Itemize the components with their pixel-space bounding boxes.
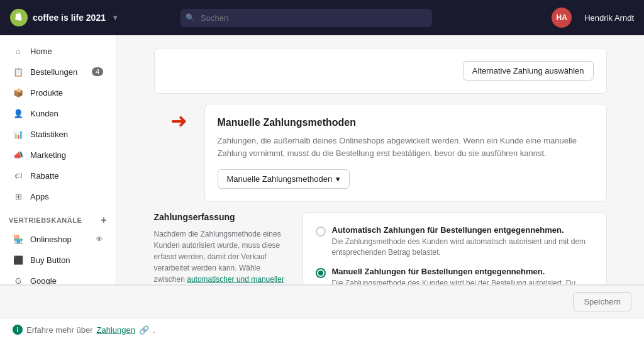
add-channel-button[interactable]: + [101,215,107,226]
sidebar-label-google: Google [30,276,103,285]
store-name: coffee is life 2021 [33,13,106,23]
username: Hendrik Arndt [584,13,634,23]
dropdown-label: Manuelle Zahlungsmethoden [227,174,333,184]
manual-description: Die Zahlungsmethode des Kunden wird bei … [332,278,594,284]
vertriebskanaele-section: VERTRIEBSKANÄLE + [0,207,116,228]
sidebar-item-google[interactable]: G Google [4,271,112,284]
auto-description: Die Zahlungsmethode des Kunden wird auto… [332,237,594,258]
sidebar-label-onlineshop: Onlineshop [30,235,89,244]
sidebar-label-apps: Apps [30,192,103,201]
sidebar: ⌂ Home 📋 Bestellungen 4 📦 Produkte 👤 Kun… [0,35,116,284]
google-icon: G [13,275,24,284]
footer-link[interactable]: Zahlungen [97,325,135,335]
zahlungserfassung-title: Zahlungserfassung [154,212,292,222]
auto-label: Automatisch [332,225,382,235]
marketing-icon: 📣 [13,149,24,160]
customers-icon: 👤 [13,108,24,119]
apps-icon: ⊞ [13,191,24,202]
arrow-icon: ➜ [170,109,187,133]
avatar[interactable]: HA [552,8,572,28]
sidebar-label-kunden: Kunden [30,109,103,118]
manual-radio-button[interactable] [316,268,326,278]
bottom-footer: i Erfahre mehr über Zahlungen 🔗 . [0,318,644,341]
zahlungserfassung-section: Zahlungserfassung Nachdem die Zahlungsme… [154,212,292,284]
sidebar-label-bestellungen: Bestellungen [30,67,86,77]
products-icon: 📦 [13,87,24,98]
store-chevron-icon: ▾ [113,13,117,22]
auto-radio-button[interactable] [316,226,326,237]
sidebar-label-produkte: Produkte [30,88,103,98]
auto-radio-option: Automatisch Zahlungen für Bestellungen e… [316,225,594,258]
manual-payment-section: ➜ Manuelle Zahlungsmethoden Zahlungen, d… [154,104,607,202]
manual-full-label: Zahlungen für Bestellungen entgegennehme… [365,267,545,276]
manual-radio-option: Manuell Zahlungen für Bestellungen entge… [316,267,594,284]
manual-payment-card: Manuelle Zahlungsmethoden Zahlungen, die… [204,104,607,202]
footer-end: . [153,325,155,335]
manual-payment-description: Zahlungen, die außerhalb deines Onlinesh… [218,135,594,159]
sidebar-item-kunden[interactable]: 👤 Kunden [4,103,112,123]
auto-radio-text: Automatisch Zahlungen für Bestellungen e… [332,225,594,258]
sidebar-item-produkte[interactable]: 📦 Produkte [4,82,112,103]
main-content: Alternative Zahlung auswählen ➜ Manuelle… [116,35,644,284]
sidebar-item-statistiken[interactable]: 📊 Statistiken [4,124,112,144]
sidebar-item-apps[interactable]: ⊞ Apps [4,186,112,206]
discounts-icon: 🏷 [13,170,24,181]
section-title-label: VERTRIEBSKANÄLE [9,216,82,224]
bestellungen-badge: 4 [92,67,103,76]
sidebar-label-statistiken: Statistiken [30,130,103,139]
arrow-wrapper: ➜ [154,104,204,133]
alt-payment-button[interactable]: Alternative Zahlung auswählen [463,61,594,81]
capture-options-card: Automatisch Zahlungen für Bestellungen e… [303,212,607,284]
manual-payment-title: Manuelle Zahlungsmethoden [218,117,594,128]
sidebar-label-rabatte: Rabatte [30,171,103,181]
shop-icon: 🏪 [13,233,24,245]
sidebar-item-marketing[interactable]: 📣 Marketing [4,145,112,165]
zahlungserfassung-description: Nachdem die Zahlungsmethode eines Kunden… [154,228,292,284]
orders-icon: 📋 [13,66,24,77]
auto-full-label: Zahlungen für Bestellungen entgegennehme… [384,225,564,235]
manual-payment-dropdown[interactable]: Manuelle Zahlungsmethoden [218,169,350,189]
sidebar-item-rabatte[interactable]: 🏷 Rabatte [4,165,112,186]
topbar: coffee is life 2021 ▾ HA Hendrik Arndt [0,0,644,35]
sidebar-label-marketing: Marketing [30,150,103,160]
search-input[interactable] [180,9,432,27]
sidebar-item-home[interactable]: ⌂ Home [4,41,112,61]
footer-text: Erfahre mehr über [26,325,93,335]
sidebar-item-bestellungen[interactable]: 📋 Bestellungen 4 [4,62,112,82]
sidebar-label-home: Home [30,47,103,56]
eye-icon[interactable]: 👁 [96,235,103,243]
alt-payment-card: Alternative Zahlung auswählen [154,48,607,94]
info-icon: i [13,325,23,335]
save-button[interactable]: Speichern [573,292,631,311]
buy-icon: ⬛ [13,254,24,266]
footer-ext-icon: 🔗 [139,325,149,335]
search-bar[interactable] [180,9,432,27]
bottom-row: Zahlungserfassung Nachdem die Zahlungsme… [154,212,607,284]
sidebar-item-buy-button[interactable]: ⬛ Buy Button [4,250,112,270]
stats-icon: 📊 [13,128,24,140]
manual-label: Manuell [332,267,362,276]
sidebar-item-onlineshop[interactable]: 🏪 Onlineshop 👁 [4,229,112,249]
footer-bar: Speichern [0,285,644,318]
shopify-logo-icon [10,9,28,26]
store-logo[interactable]: coffee is life 2021 ▾ [10,9,117,26]
sidebar-label-buy-button: Buy Button [30,255,103,265]
manual-radio-text: Manuell Zahlungen für Bestellungen entge… [332,267,594,284]
home-icon: ⌂ [13,45,24,57]
